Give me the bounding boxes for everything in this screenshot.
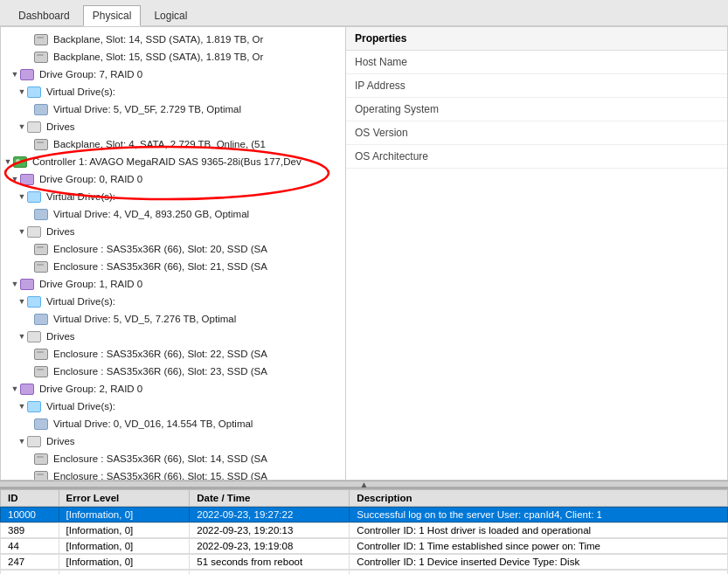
vd-icon xyxy=(34,209,51,220)
tree-item[interactable]: ▼Drive Group: 7, RAID 0 xyxy=(1,66,345,83)
tree-item[interactable]: Enclosure : SAS35x36R (66), Slot: 21, SS… xyxy=(1,258,345,275)
tree-item-label: Backplane, Slot: 15, SSD (SATA), 1.819 T… xyxy=(53,49,263,65)
tree-item[interactable]: ▼Drive Group: 0, RAID 0 xyxy=(1,170,345,188)
tree-item-label: Drive Group: 2, RAID 0 xyxy=(39,381,142,397)
tree-item[interactable]: ▼Drives xyxy=(1,328,345,345)
log-cell: [Information, 0] xyxy=(59,555,190,570)
property-row: Host Name xyxy=(346,51,727,74)
log-cell: [Information, 0] xyxy=(59,539,190,554)
tab-logical[interactable]: Logical xyxy=(144,5,197,25)
log-cell: [Information, 0] xyxy=(59,571,190,575)
log-cell: 51 seconds from reboot xyxy=(190,555,350,570)
virtual-drives-folder-icon xyxy=(27,191,44,203)
log-table: IDError LevelDate / TimeDescription 1000… xyxy=(0,489,728,574)
tree-item[interactable]: ▼Virtual Drive(s): xyxy=(1,188,345,205)
tree-item-label: Drives xyxy=(46,224,75,239)
drives-folder-icon xyxy=(27,331,44,342)
tree-item[interactable]: Virtual Drive: 5, VD_5F, 2.729 TB, Optim… xyxy=(1,100,345,118)
controller-icon xyxy=(13,156,30,168)
tree-expander[interactable]: ▼ xyxy=(17,328,27,344)
tree-item-label: Drives xyxy=(46,433,75,449)
tree-expander[interactable]: ▼ xyxy=(17,398,27,414)
tree-item[interactable]: Enclosure : SAS35x36R (66), Slot: 15, SS… xyxy=(1,467,345,480)
hdd-icon xyxy=(34,52,51,63)
tree-item-label: Virtual Drive(s): xyxy=(46,189,115,204)
tree-item-label: Backplane, Slot: 4, SATA, 2.729 TB, Onli… xyxy=(53,136,266,152)
property-label: Host Name xyxy=(355,56,468,68)
tree-expander[interactable]: ▼ xyxy=(17,84,27,100)
tree-item[interactable]: ▼Virtual Drive(s): xyxy=(1,83,345,100)
tree-expander[interactable]: ▼ xyxy=(17,189,27,204)
log-column-header: ID xyxy=(1,490,59,507)
log-column-header: Description xyxy=(350,490,728,507)
log-table-row[interactable]: 247[Information, 0]51 seconds from reboo… xyxy=(0,554,728,570)
log-table-row[interactable]: 44[Information, 0]2022-09-23, 19:19:08Co… xyxy=(0,538,728,554)
tree-expander[interactable]: ▼ xyxy=(10,276,20,292)
log-cell: 247 xyxy=(1,555,59,570)
tree-item-label: Drives xyxy=(46,328,75,344)
hdd-icon xyxy=(34,261,51,273)
log-column-header: Error Level xyxy=(59,490,190,507)
tree-expander[interactable]: ▼ xyxy=(17,433,27,449)
tree-item[interactable]: ▼Controller 1: AVAGO MegaRAID SAS 9365-2… xyxy=(1,153,345,170)
tree-expander[interactable]: ▼ xyxy=(10,381,20,397)
log-cell: 2022-09-23, 19:20:13 xyxy=(190,523,350,538)
scroll-up-arrow[interactable]: ▲ xyxy=(357,480,372,489)
drives-folder-icon xyxy=(27,121,44,133)
tree-panel[interactable]: Backplane, Slot: 14, SSD (SATA), 1.819 T… xyxy=(1,27,346,480)
tree-item[interactable]: Backplane, Slot: 15, SSD (SATA), 1.819 T… xyxy=(1,48,345,66)
log-cell: 2022-09-23, 19:27:22 xyxy=(190,508,350,522)
hdd-icon xyxy=(34,34,51,45)
property-label: OS Version xyxy=(355,127,468,139)
property-label: OS Architecture xyxy=(355,150,468,163)
tree-item[interactable]: ▼Drive Group: 2, RAID 0 xyxy=(1,380,345,398)
virtual-drives-folder-icon xyxy=(27,296,44,308)
log-cell: 389 xyxy=(1,523,59,538)
tree-expander[interactable]: ▼ xyxy=(17,224,27,239)
tree-item[interactable]: ▼Drives xyxy=(1,223,345,240)
tree-item-label: Controller 1: AVAGO MegaRAID SAS 9365-28… xyxy=(32,154,302,169)
log-table-row[interactable]: 10000[Information, 0]2022-09-23, 19:27:2… xyxy=(0,507,728,522)
vd-icon xyxy=(34,314,51,325)
tab-dashboard[interactable]: Dashboard xyxy=(9,5,80,25)
tab-physical[interactable]: Physical xyxy=(83,5,142,26)
tree-item[interactable]: Enclosure : SAS35x36R (66), Slot: 22, SS… xyxy=(1,345,345,363)
hdd-icon xyxy=(34,244,51,255)
tree-item-label: Virtual Drive(s): xyxy=(46,84,115,100)
log-cell: 2022-09-23, 19:19:08 xyxy=(190,539,350,554)
tree-expander[interactable]: ▼ xyxy=(17,294,27,309)
tree-item-label: Enclosure : SAS35x36R (66), Slot: 22, SS… xyxy=(53,346,267,362)
drives-folder-icon xyxy=(27,436,44,447)
vd-icon xyxy=(34,418,51,430)
tree-item[interactable]: ▼Drives xyxy=(1,432,345,450)
tree-item[interactable]: Virtual Drive: 4, VD_4, 893.250 GB, Opti… xyxy=(1,205,345,223)
tree-item[interactable]: Enclosure : SAS35x36R (66), Slot: 23, SS… xyxy=(1,363,345,380)
tree-expander[interactable]: ▼ xyxy=(10,171,20,187)
log-section: IDError LevelDate / TimeDescription 1000… xyxy=(0,488,728,574)
tree-expander[interactable]: ▼ xyxy=(10,66,20,82)
log-cell: [Information, 0] xyxy=(59,523,190,538)
log-cell: 01 xyxy=(1,571,59,575)
tree-item[interactable]: ▼Virtual Drive(s): xyxy=(1,398,345,415)
property-label: IP Address xyxy=(355,80,468,92)
tree-item[interactable]: ▼Virtual Drive(s): xyxy=(1,293,345,310)
log-table-body[interactable]: 10000[Information, 0]2022-09-23, 19:27:2… xyxy=(0,507,728,574)
log-table-row[interactable]: 01[Information, 0]40 seconds from reboot… xyxy=(0,570,728,574)
tree-item[interactable]: Backplane, Slot: 14, SSD (SATA), 1.819 T… xyxy=(1,31,345,48)
tree-item[interactable]: ▼Drives xyxy=(1,118,345,135)
tree-item[interactable]: Backplane, Slot: 4, SATA, 2.729 TB, Onli… xyxy=(1,135,345,153)
property-row: OS Version xyxy=(346,121,727,145)
tree-item-label: Drives xyxy=(46,119,75,135)
log-cell: 10000 xyxy=(1,508,59,522)
tree-item-label: Enclosure : SAS35x36R (66), Slot: 21, SS… xyxy=(53,259,267,274)
tree-item[interactable]: Virtual Drive: 0, VD_016, 14.554 TB, Opt… xyxy=(1,415,345,432)
tree-item[interactable]: Enclosure : SAS35x36R (66), Slot: 20, SS… xyxy=(1,240,345,258)
tree-expander[interactable]: ▼ xyxy=(3,154,13,169)
splitter-bar[interactable]: ▲ xyxy=(0,481,728,488)
log-table-row[interactable]: 389[Information, 0]2022-09-23, 19:20:13C… xyxy=(0,522,728,538)
tree-expander[interactable]: ▼ xyxy=(17,119,27,135)
tree-item[interactable]: Enclosure : SAS35x36R (66), Slot: 14, SS… xyxy=(1,450,345,467)
tree-item-label: Backplane, Slot: 14, SSD (SATA), 1.819 T… xyxy=(53,31,263,47)
tree-item[interactable]: ▼Drive Group: 1, RAID 0 xyxy=(1,275,345,293)
tree-item[interactable]: Virtual Drive: 5, VD_5, 7.276 TB, Optima… xyxy=(1,310,345,328)
